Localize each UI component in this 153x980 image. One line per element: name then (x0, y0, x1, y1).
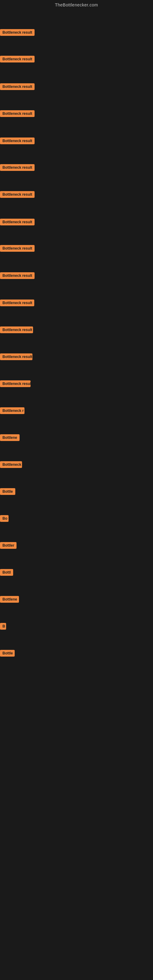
bottleneck-item-24: Bottle (0, 650, 15, 658)
bottleneck-badge-6[interactable]: Bottleneck result (0, 164, 35, 171)
bottleneck-item-22: Bottlene (0, 596, 19, 604)
bottleneck-badge-12[interactable]: Bottleneck result (0, 326, 33, 333)
bottleneck-badge-5[interactable]: Bottleneck result (0, 137, 35, 144)
bottleneck-item-7: Bottleneck result (0, 191, 35, 199)
bottleneck-item-23: B (0, 623, 6, 631)
bottleneck-badge-4[interactable]: Bottleneck result (0, 110, 35, 117)
bottleneck-item-20: Bottler (0, 542, 16, 550)
bottleneck-item-15: Bottleneck r (0, 407, 24, 415)
bottleneck-item-18: Bottle (0, 488, 15, 496)
bottleneck-item-14: Bottleneck result (0, 380, 30, 388)
bottleneck-badge-13[interactable]: Bottleneck result (0, 353, 32, 360)
bottleneck-item-2: Bottleneck result (0, 56, 35, 64)
bottleneck-item-1: Bottleneck result (0, 29, 35, 37)
bottleneck-item-17: Bottleneck (0, 461, 22, 469)
site-title: TheBottlenecker.com (55, 2, 98, 7)
bottleneck-item-11: Bottleneck result (0, 299, 34, 307)
bottleneck-badge-1[interactable]: Bottleneck result (0, 29, 35, 36)
bottleneck-badge-16[interactable]: Bottlene (0, 434, 19, 441)
bottleneck-badge-19[interactable]: Bo (0, 515, 9, 522)
bottleneck-badge-18[interactable]: Bottle (0, 488, 15, 495)
bottleneck-item-21: Bottl (0, 569, 13, 577)
bottleneck-badge-15[interactable]: Bottleneck r (0, 407, 24, 414)
bottleneck-item-8: Bottleneck result (0, 219, 35, 227)
bottleneck-item-4: Bottleneck result (0, 110, 35, 118)
bottleneck-badge-3[interactable]: Bottleneck result (0, 83, 35, 90)
bottleneck-badge-23[interactable]: B (0, 623, 6, 630)
bottleneck-item-19: Bo (0, 515, 9, 523)
bottleneck-badge-14[interactable]: Bottleneck result (0, 380, 30, 387)
site-header: TheBottlenecker.com (0, 0, 153, 9)
bottleneck-item-13: Bottleneck result (0, 353, 32, 361)
bottleneck-item-10: Bottleneck result (0, 272, 35, 280)
bottleneck-badge-21[interactable]: Bottl (0, 569, 13, 576)
bottleneck-badge-20[interactable]: Bottler (0, 542, 16, 549)
bottleneck-item-6: Bottleneck result (0, 164, 35, 172)
bottleneck-item-5: Bottleneck result (0, 137, 35, 145)
bottleneck-badge-17[interactable]: Bottleneck (0, 461, 22, 468)
bottleneck-badge-2[interactable]: Bottleneck result (0, 56, 35, 62)
bottleneck-item-9: Bottleneck result (0, 245, 35, 253)
bottleneck-item-3: Bottleneck result (0, 83, 35, 91)
bottleneck-badge-10[interactable]: Bottleneck result (0, 272, 35, 279)
bottleneck-badge-24[interactable]: Bottle (0, 650, 15, 657)
bottleneck-badge-11[interactable]: Bottleneck result (0, 299, 34, 306)
bottleneck-badge-8[interactable]: Bottleneck result (0, 219, 35, 225)
bottleneck-badge-22[interactable]: Bottlene (0, 596, 19, 603)
bottleneck-item-16: Bottlene (0, 434, 19, 442)
bottleneck-item-12: Bottleneck result (0, 326, 33, 334)
bottleneck-badge-9[interactable]: Bottleneck result (0, 245, 35, 252)
bottleneck-badge-7[interactable]: Bottleneck result (0, 191, 35, 198)
